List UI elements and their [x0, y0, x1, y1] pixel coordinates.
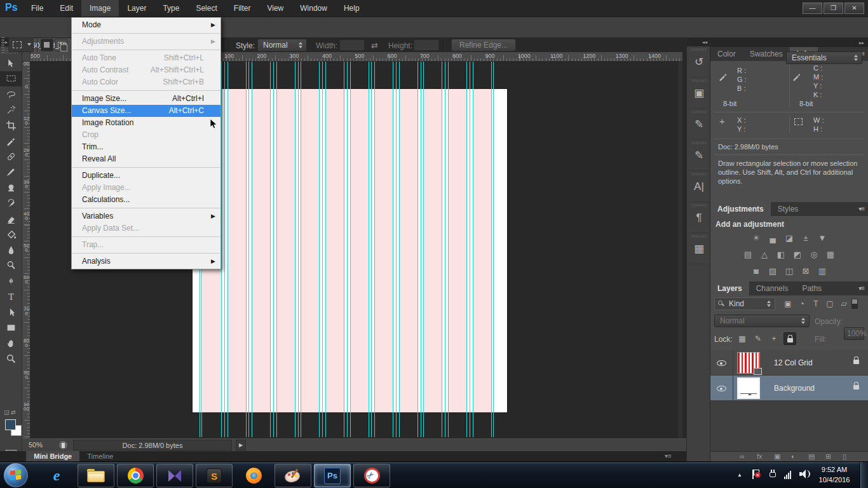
document-size-info[interactable]: Doc: 2.98M/0 bytes [73, 440, 232, 451]
invert-adjustment-icon[interactable]: ◙ [749, 266, 763, 277]
options-bar-gripper[interactable] [1, 37, 4, 53]
guide-line[interactable] [421, 62, 421, 437]
volume-icon[interactable] [799, 470, 811, 478]
rectangle-shape-tool[interactable] [0, 320, 22, 336]
guide-line[interactable] [493, 62, 494, 437]
menubar-item-file[interactable]: File [23, 0, 51, 17]
layer-visibility-cell[interactable] [710, 376, 733, 401]
guide-line[interactable] [491, 62, 492, 437]
panel-menu-icon[interactable]: ▾≡ [858, 285, 864, 292]
height-input[interactable] [414, 39, 439, 51]
eyedropper-tool[interactable] [0, 133, 22, 149]
guide-line[interactable] [344, 62, 344, 437]
menu-item-image-size[interactable]: Image Size...Alt+Ctrl+I [72, 93, 220, 105]
guide-line[interactable] [298, 62, 299, 437]
channel-mixer-adjustment-icon[interactable]: ◎ [807, 249, 821, 261]
guide-line[interactable] [325, 62, 326, 437]
tab-adjustments[interactable]: Adjustments [710, 202, 771, 216]
panel-menu-icon[interactable]: ▾≡ [665, 452, 672, 459]
guide-line[interactable] [371, 62, 372, 437]
minimize-button[interactable]: — [803, 3, 822, 14]
menu-item-image-rotation[interactable]: Image Rotation▶ [72, 117, 220, 129]
brush-presets-panel-icon[interactable]: ✎ [687, 111, 711, 140]
guide-line[interactable] [319, 62, 320, 437]
guide-line[interactable] [442, 62, 442, 437]
add-selection-mode-button[interactable] [55, 39, 67, 51]
clone-stamp-tool[interactable] [0, 180, 22, 196]
eraser-tool[interactable] [0, 211, 22, 227]
gradient-map-adjustment-icon[interactable]: ▥ [815, 266, 829, 277]
menu-item-apply-data-set[interactable]: Apply Data Set... [72, 222, 220, 234]
guide-line[interactable] [252, 62, 252, 437]
guide-line[interactable] [448, 62, 449, 437]
menu-item-canvas-size[interactable]: Canvas Size...Alt+Ctrl+C [72, 105, 220, 117]
menu-item-trap[interactable]: Trap... [72, 239, 220, 251]
filter-smart-objects-icon[interactable]: ▱ [837, 297, 850, 310]
filter-type-layers-icon[interactable]: T [810, 297, 822, 310]
guide-line[interactable] [273, 62, 274, 437]
layer-row-12-col-grid[interactable]: 12 Col Grid [710, 350, 868, 376]
move-tool[interactable] [0, 55, 22, 71]
show-hidden-icons[interactable]: ▲ [737, 472, 742, 478]
guide-line[interactable] [347, 62, 348, 437]
photo-filter-adjustment-icon[interactable]: ◩ [790, 249, 804, 261]
vertical-ruler[interactable]: 0001002003004005006007008009001000 [22, 62, 31, 438]
tab-color[interactable]: Color [710, 47, 743, 61]
bottom-tab-timeline[interactable]: Timeline [79, 451, 121, 461]
guide-line[interactable] [374, 62, 375, 437]
delete-layer-icon[interactable]: ▯ [843, 452, 846, 461]
layer-name[interactable]: Background [774, 384, 815, 393]
levels-adjustment-icon[interactable]: ▄ [766, 233, 780, 244]
new-layer-icon[interactable]: ⊞ [825, 452, 831, 461]
pen-tool[interactable] [0, 273, 22, 289]
layer-thumbnail[interactable] [737, 377, 760, 399]
menubar-item-help[interactable]: Help [336, 0, 368, 17]
zoom-tool[interactable] [0, 351, 22, 367]
curves-adjustment-icon[interactable]: ◪ [782, 233, 796, 244]
close-button[interactable]: ✕ [844, 3, 864, 14]
taskbar-app-kmplayer[interactable] [156, 464, 193, 487]
guide-line[interactable] [227, 62, 228, 437]
width-input[interactable] [339, 39, 365, 51]
tool-preset-picker[interactable] [8, 37, 34, 52]
layer-thumbnail[interactable] [737, 352, 760, 374]
adjustment-layer-icon[interactable]: ◐ [791, 452, 796, 460]
menu-item-trim[interactable]: Trim... [72, 141, 220, 153]
taskbar-app-photoshop[interactable]: Ps [314, 464, 351, 487]
bottom-tab-mini-bridge[interactable]: Mini Bridge [26, 451, 79, 461]
tab-styles[interactable]: Styles [771, 202, 806, 216]
style-dropdown[interactable]: Normal [257, 39, 307, 51]
color-lookup-adjustment-icon[interactable]: ▦ [824, 249, 837, 261]
menu-item-apply-image[interactable]: Apply Image... [72, 182, 220, 194]
filter-adjustment-layers-icon[interactable]: ◔ [796, 297, 808, 310]
menu-item-crop[interactable]: Crop [72, 129, 220, 141]
taskbar-app-sublime-text[interactable]: S [196, 464, 233, 487]
taskbar-app-firefox[interactable] [235, 464, 272, 487]
rectangular-marquee-tool[interactable] [0, 71, 22, 87]
layer-group-icon[interactable]: ▤ [808, 452, 815, 461]
eye-icon[interactable] [717, 360, 726, 366]
layer-visibility-cell[interactable] [710, 350, 733, 376]
taskbar-app-paint[interactable] [275, 464, 311, 487]
taskbar-app-snipping-tool[interactable]: ✂ [353, 464, 390, 487]
guide-line[interactable] [276, 62, 277, 437]
filter-pixel-layers-icon[interactable]: ▣ [782, 297, 794, 310]
paint-bucket-tool[interactable] [0, 227, 22, 243]
selective-color-adjustment-icon[interactable]: ⊠ [799, 266, 813, 277]
start-button[interactable] [4, 463, 28, 487]
brightness-contrast-adjustment-icon[interactable]: ☀ [749, 233, 763, 244]
menubar-item-select[interactable]: Select [187, 0, 225, 17]
taskbar-app-file-explorer[interactable] [78, 464, 114, 487]
layer-row-background[interactable]: Background [710, 376, 868, 401]
menu-item-auto-color[interactable]: Auto ColorShift+Ctrl+B [72, 76, 220, 88]
threshold-adjustment-icon[interactable]: ◫ [782, 266, 796, 277]
workspace-switcher[interactable]: Essentials [786, 51, 862, 64]
eye-icon[interactable] [717, 386, 726, 391]
character-panel-icon[interactable]: A| [687, 173, 711, 202]
3d-panel-icon[interactable]: ▣ [687, 79, 711, 109]
magic-wand-tool[interactable] [0, 102, 22, 118]
spot-healing-brush-tool[interactable] [0, 149, 22, 165]
menu-item-auto-tone[interactable]: Auto ToneShift+Ctrl+L [72, 52, 220, 64]
menubar-item-edit[interactable]: Edit [51, 0, 81, 17]
network-signal-icon[interactable] [784, 470, 792, 479]
